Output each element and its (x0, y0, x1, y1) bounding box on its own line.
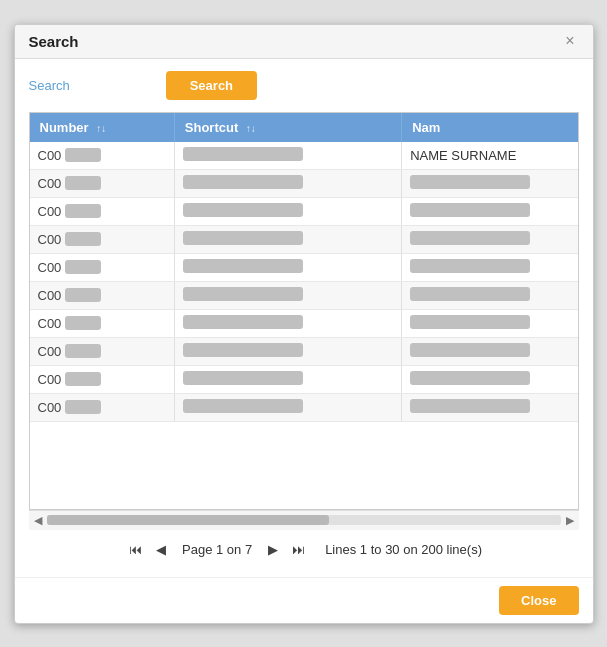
table-row[interactable]: C00 (30, 225, 579, 253)
number-pill (65, 148, 101, 162)
modal-close-x-button[interactable]: × (561, 33, 578, 49)
cell-name (402, 309, 579, 337)
cell-number: C00 (30, 365, 175, 393)
cell-name (402, 225, 579, 253)
number-pill (65, 372, 101, 386)
modal-body: Search Search Number ↑↓ Shortcut ↑↓ (15, 59, 593, 577)
name-pill (410, 343, 530, 357)
number-pill (65, 344, 101, 358)
modal-footer: Close (15, 577, 593, 623)
cell-name: NAME SURNAME (402, 142, 579, 170)
table-row[interactable]: C00 NAME SURNAME (30, 142, 579, 170)
shortcut-pill (183, 399, 303, 413)
search-button[interactable]: Search (166, 71, 257, 100)
scroll-left-icon[interactable]: ◀ (31, 514, 45, 527)
pagination: ⏮ ◀ Page 1 on 7 ▶ ⏭ Lines 1 to 30 on 200… (29, 530, 579, 565)
search-label: Search (29, 78, 70, 93)
cell-shortcut (174, 309, 401, 337)
table-header: Number ↑↓ Shortcut ↑↓ Nam (30, 113, 579, 142)
number-pill (65, 204, 101, 218)
cell-number: C00 (30, 393, 175, 421)
last-page-button[interactable]: ⏭ (288, 540, 309, 559)
close-button[interactable]: Close (499, 586, 578, 615)
scroll-right-icon[interactable]: ▶ (563, 514, 577, 527)
cell-number: C00 (30, 337, 175, 365)
shortcut-pill (183, 147, 303, 161)
sort-icon-number: ↑↓ (96, 123, 106, 134)
modal-title: Search (29, 33, 79, 50)
cell-shortcut (174, 393, 401, 421)
name-pill (410, 231, 530, 245)
number-pill (65, 316, 101, 330)
number-pill (65, 232, 101, 246)
name-pill (410, 259, 530, 273)
shortcut-pill (183, 231, 303, 245)
lines-info: Lines 1 to 30 on 200 line(s) (325, 542, 482, 557)
name-pill (410, 315, 530, 329)
search-section: Search Search (29, 71, 579, 100)
shortcut-pill (183, 343, 303, 357)
table-body: C00 NAME SURNAME (30, 142, 579, 422)
number-pill (65, 260, 101, 274)
shortcut-pill (183, 259, 303, 273)
name-pill (410, 287, 530, 301)
page-info: Page 1 on 7 (182, 542, 252, 557)
cell-shortcut (174, 225, 401, 253)
table-row[interactable]: C00 (30, 337, 579, 365)
cell-shortcut (174, 142, 401, 170)
scroll-thumb[interactable] (47, 515, 330, 525)
shortcut-pill (183, 203, 303, 217)
scroll-track[interactable] (47, 515, 561, 525)
shortcut-pill (183, 315, 303, 329)
table-row[interactable]: C00 (30, 197, 579, 225)
col-name[interactable]: Nam (402, 113, 579, 142)
shortcut-pill (183, 287, 303, 301)
cell-name (402, 197, 579, 225)
table-row[interactable]: C00 (30, 365, 579, 393)
cell-name (402, 393, 579, 421)
cell-name (402, 169, 579, 197)
table-row[interactable]: C00 (30, 393, 579, 421)
search-modal: Search × Search Search Number ↑↓ Shortcu… (14, 24, 594, 624)
table-container: Number ↑↓ Shortcut ↑↓ Nam (29, 112, 579, 510)
cell-name (402, 281, 579, 309)
cell-number: C00 (30, 225, 175, 253)
col-shortcut[interactable]: Shortcut ↑↓ (174, 113, 401, 142)
table-row[interactable]: C00 (30, 309, 579, 337)
cell-shortcut (174, 197, 401, 225)
cell-number: C00 (30, 169, 175, 197)
col-number[interactable]: Number ↑↓ (30, 113, 175, 142)
cell-shortcut (174, 169, 401, 197)
cell-shortcut (174, 337, 401, 365)
cell-name (402, 253, 579, 281)
name-pill (410, 203, 530, 217)
cell-number: C00 (30, 142, 175, 170)
sort-icon-shortcut: ↑↓ (246, 123, 256, 134)
cell-name (402, 365, 579, 393)
cell-name (402, 337, 579, 365)
name-pill (410, 175, 530, 189)
number-pill (65, 400, 101, 414)
table-row[interactable]: C00 (30, 281, 579, 309)
name-pill (410, 371, 530, 385)
cell-shortcut (174, 365, 401, 393)
table-row[interactable]: C00 (30, 253, 579, 281)
shortcut-pill (183, 371, 303, 385)
first-page-button[interactable]: ⏮ (125, 540, 146, 559)
number-pill (65, 288, 101, 302)
name-pill (410, 399, 530, 413)
modal-header: Search × (15, 25, 593, 59)
cell-shortcut (174, 253, 401, 281)
cell-shortcut (174, 281, 401, 309)
cell-number: C00 (30, 281, 175, 309)
cell-number: C00 (30, 253, 175, 281)
number-pill (65, 176, 101, 190)
table-row[interactable]: C00 (30, 169, 579, 197)
shortcut-pill (183, 175, 303, 189)
horizontal-scrollbar[interactable]: ◀ ▶ (29, 510, 579, 530)
prev-page-button[interactable]: ◀ (152, 540, 170, 559)
next-page-button[interactable]: ▶ (264, 540, 282, 559)
cell-number: C00 (30, 197, 175, 225)
results-table: Number ↑↓ Shortcut ↑↓ Nam (30, 113, 579, 422)
cell-number: C00 (30, 309, 175, 337)
